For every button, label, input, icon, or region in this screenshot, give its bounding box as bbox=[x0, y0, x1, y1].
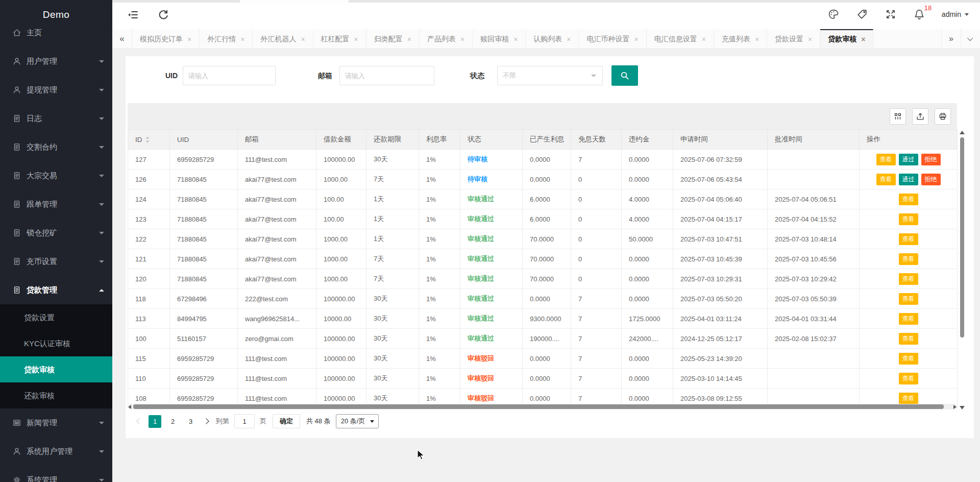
view-button[interactable]: 查看 bbox=[899, 313, 918, 325]
view-button[interactable]: 查看 bbox=[899, 393, 918, 404]
sidebar-item-4[interactable]: 交割合约 bbox=[0, 133, 112, 161]
sidebar-collapse-icon[interactable] bbox=[127, 9, 139, 21]
view-button[interactable]: 查看 bbox=[899, 273, 918, 285]
tab-5[interactable]: 产品列表× bbox=[420, 29, 473, 49]
approve-button[interactable]: 通过 bbox=[899, 154, 918, 165]
sidebar-item-8[interactable]: 充币设置 bbox=[0, 247, 112, 276]
page-number-2[interactable]: 2 bbox=[166, 415, 179, 428]
close-icon[interactable]: × bbox=[567, 36, 571, 43]
sidebar-item-5[interactable]: 大宗交易 bbox=[0, 161, 112, 190]
export-icon[interactable] bbox=[912, 108, 928, 125]
close-icon[interactable]: × bbox=[808, 36, 812, 43]
view-button[interactable]: 查看 bbox=[899, 373, 918, 384]
tab-12[interactable]: 贷款审核× bbox=[820, 29, 873, 49]
tab-9[interactable]: 电汇信息设置× bbox=[647, 29, 714, 49]
scroll-up-icon[interactable] bbox=[960, 131, 965, 134]
horizontal-scrollbar-thumb[interactable] bbox=[133, 404, 944, 409]
columns-filter-icon[interactable] bbox=[890, 108, 906, 125]
close-icon[interactable]: × bbox=[755, 36, 759, 43]
fullscreen-icon[interactable] bbox=[885, 8, 897, 20]
jump-confirm-button[interactable]: 确定 bbox=[273, 414, 300, 428]
tab-4[interactable]: 归类配置× bbox=[366, 29, 420, 49]
page-size-select[interactable]: 20 条/页 bbox=[336, 414, 379, 428]
cell-status: 审核通过 bbox=[460, 289, 523, 309]
tab-1[interactable]: 外汇行情× bbox=[200, 29, 253, 49]
tab-0[interactable]: 模拟历史订单× bbox=[132, 29, 200, 49]
view-button[interactable]: 查看 bbox=[899, 353, 918, 365]
view-button[interactable]: 查看 bbox=[876, 154, 896, 165]
tab-11[interactable]: 贷款设置× bbox=[767, 29, 820, 49]
jump-page-input[interactable] bbox=[234, 414, 255, 428]
tabs-scroll-left-icon[interactable]: « bbox=[112, 29, 132, 49]
sort-icon[interactable] bbox=[145, 136, 150, 143]
sidebar-subitem-9-1[interactable]: KYC认证审核 bbox=[0, 330, 112, 356]
scroll-left-icon[interactable] bbox=[128, 405, 131, 409]
scroll-down-icon[interactable] bbox=[960, 406, 965, 409]
sidebar-item-0[interactable]: 主页 bbox=[0, 18, 112, 47]
sidebar-item-3[interactable]: 日志 bbox=[0, 104, 112, 133]
view-button[interactable]: 查看 bbox=[899, 293, 918, 305]
email-input[interactable] bbox=[339, 66, 434, 85]
refresh-icon[interactable] bbox=[157, 9, 169, 21]
view-button[interactable]: 查看 bbox=[899, 194, 918, 205]
view-button[interactable]: 查看 bbox=[876, 174, 896, 185]
cell-id: 123 bbox=[128, 209, 170, 229]
close-icon[interactable]: × bbox=[861, 36, 865, 43]
cell-uid: 71880845 bbox=[170, 249, 238, 269]
close-icon[interactable]: × bbox=[634, 36, 639, 43]
tab-2[interactable]: 外汇机器人× bbox=[253, 29, 313, 49]
close-icon[interactable]: × bbox=[407, 36, 411, 43]
page-number-1[interactable]: 1 bbox=[149, 415, 161, 428]
table-row: 12671880845akai77@test.com1000.007天1%待审核… bbox=[128, 170, 958, 189]
sidebar-item-11[interactable]: 系统用户管理 bbox=[0, 437, 112, 466]
user-menu[interactable]: admin bbox=[942, 10, 969, 18]
close-icon[interactable]: × bbox=[702, 36, 706, 43]
close-icon[interactable]: × bbox=[187, 36, 191, 43]
tab-8[interactable]: 电汇币种设置× bbox=[579, 29, 647, 49]
uid-input[interactable] bbox=[183, 66, 276, 85]
sidebar-item-2[interactable]: 提现管理 bbox=[0, 76, 112, 104]
cell-apply_time: 2025-07-06 05:43:54 bbox=[673, 170, 768, 189]
view-button[interactable]: 查看 bbox=[899, 213, 918, 225]
vertical-scrollbar-thumb[interactable] bbox=[960, 137, 964, 338]
sidebar-item-6[interactable]: 跟单管理 bbox=[0, 190, 112, 219]
close-icon[interactable]: × bbox=[240, 36, 244, 43]
next-page-icon[interactable] bbox=[200, 419, 213, 423]
reject-button[interactable]: 拒绝 bbox=[921, 154, 941, 165]
tab-10[interactable]: 充值列表× bbox=[714, 29, 767, 49]
sidebar-item-9[interactable]: 贷款管理 bbox=[0, 276, 112, 304]
prev-page-icon[interactable] bbox=[133, 419, 146, 423]
bell-icon[interactable]: 18 bbox=[913, 8, 925, 20]
search-button[interactable] bbox=[611, 65, 638, 86]
sidebar-item-7[interactable]: 锁仓挖矿 bbox=[0, 219, 112, 247]
print-icon[interactable] bbox=[935, 108, 951, 125]
tab-6[interactable]: 赎回审核× bbox=[473, 29, 526, 49]
close-icon[interactable]: × bbox=[513, 36, 518, 43]
close-icon[interactable]: × bbox=[301, 36, 305, 43]
tabs-scroll-right-icon[interactable]: » bbox=[941, 29, 961, 49]
close-icon[interactable]: × bbox=[354, 36, 358, 43]
tab-7[interactable]: 认购列表× bbox=[526, 29, 579, 49]
scroll-right-icon[interactable] bbox=[953, 405, 957, 409]
page-number-3[interactable]: 3 bbox=[184, 415, 197, 428]
sidebar-subitem-9-2[interactable]: 贷款审核 bbox=[0, 356, 112, 382]
tag-icon[interactable] bbox=[856, 8, 868, 20]
view-button[interactable]: 查看 bbox=[899, 233, 918, 245]
sidebar-subitem-9-0[interactable]: 贷款设置 bbox=[0, 304, 112, 330]
tabs-menu-icon[interactable] bbox=[961, 29, 980, 49]
approve-button[interactable]: 通过 bbox=[899, 174, 918, 185]
view-button[interactable]: 查看 bbox=[899, 253, 918, 265]
skin-icon[interactable] bbox=[827, 8, 840, 20]
sidebar-item-1[interactable]: 用户管理 bbox=[0, 47, 112, 76]
sidebar-item-10[interactable]: 新闻管理 bbox=[0, 408, 112, 437]
status-badge: 审核通过 bbox=[468, 295, 494, 302]
sidebar-item-12[interactable]: 系统管理 bbox=[0, 466, 112, 482]
sidebar-subitem-9-3[interactable]: 还款审核 bbox=[0, 382, 112, 408]
tab-3[interactable]: 杠杠配置× bbox=[313, 29, 366, 49]
cell-approve_time bbox=[768, 170, 860, 189]
view-button[interactable]: 查看 bbox=[899, 333, 918, 345]
cell-term: 30天 bbox=[366, 369, 419, 389]
status-select[interactable]: 不限 bbox=[497, 66, 603, 85]
close-icon[interactable]: × bbox=[460, 36, 464, 43]
reject-button[interactable]: 拒绝 bbox=[921, 174, 941, 185]
